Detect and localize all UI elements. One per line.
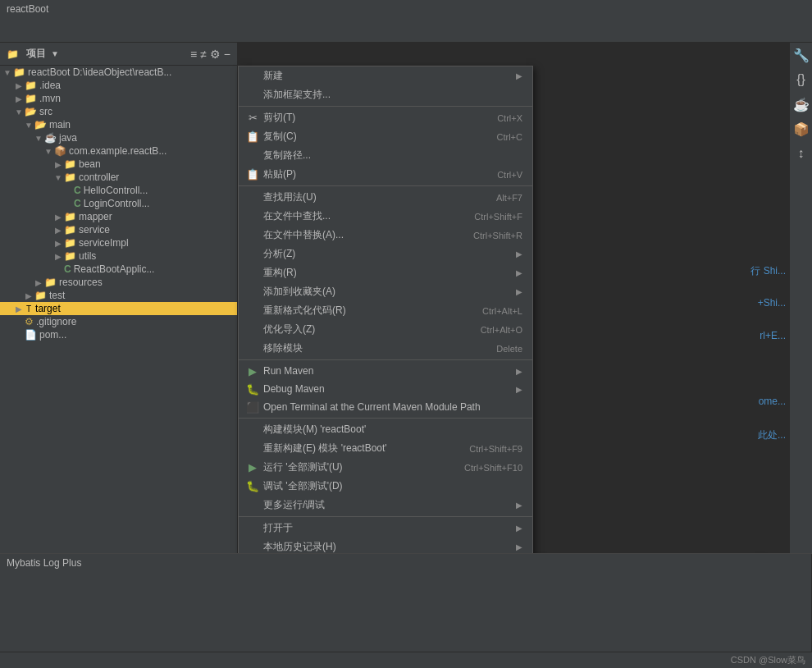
arrow: ▼ [2,68,13,77]
tree-item-reactBoot[interactable]: ▼ 📁 reactBoot D:\ideaObject\reactB... [0,66,237,79]
menu-item-copy[interactable]: 📋 复制(C) Ctrl+C [239,127,532,146]
menu-item-run-maven[interactable]: ▶ Run Maven ▶ [239,362,532,380]
tree-item-src[interactable]: ▼ 📂 src [0,105,237,118]
menu-item-favorites[interactable]: 添加到收藏夹(A) ▶ [239,282,532,301]
tree-item-java[interactable]: ▼ ☕ java [0,131,237,144]
shortcut: Ctrl+V [481,170,522,180]
toolbar-icon-braces[interactable]: {} [792,71,810,89]
menu-item-debug-tests[interactable]: 🐛 调试 '全部测试'(D) [239,477,532,496]
menu-label: 在文件中查找... [263,209,331,223]
tree-item-controller[interactable]: ▼ 📁 controller [0,171,237,184]
shortcut: Ctrl+Shift+R [457,231,522,240]
run-maven-icon: ▶ [245,365,260,377]
menu-item-build[interactable]: 构建模块(M) 'reactBoot' [239,420,532,439]
bottom-panel: Mybatis Log Plus [0,553,812,652]
tree-label: target [35,303,61,314]
menu-item-framework[interactable]: 添加框架支持... [239,85,532,104]
tree-item-gitignore[interactable]: ⚙ .gitignore [0,315,237,328]
arrow: ▶ [52,160,64,169]
tree-label: .gitignore [36,316,76,327]
panel-header-icons: ≡ ≠ ⚙ − [190,48,230,61]
tree-item-mapper[interactable]: ▶ 📁 mapper [0,210,237,223]
panel-arrow[interactable]: ▼ [51,49,59,58]
tree-item-pom[interactable]: 📄 pom... [0,328,237,341]
cut-icon: ✂ [245,112,260,124]
arrow: ▼ [23,121,34,130]
menu-item-new[interactable]: 新建 ▶ [239,66,532,85]
folder-main-icon: 📂 [34,119,47,130]
menu-item-find-usage[interactable]: 查找用法(U) Alt+F7 [239,188,532,207]
panel-icon-4[interactable]: − [224,48,230,61]
folder-icon: 📁 [7,48,19,60]
menu-item-run-tests[interactable]: ▶ 运行 '全部测试'(U) Ctrl+Shift+F10 [239,458,532,477]
panel-icon-2[interactable]: ≠ [200,48,207,61]
toolbar-icon-wrench[interactable]: 🔧 [792,46,810,64]
menu-item-optimize[interactable]: 优化导入(Z) Ctrl+Alt+O [239,320,532,339]
toolbar-icon-package[interactable]: 📦 [792,120,810,138]
menu-item-debug-maven[interactable]: 🐛 Debug Maven ▶ [239,380,532,398]
menu-item-refactor[interactable]: 重构(R) ▶ [239,263,532,282]
tree-item-pkg[interactable]: ▼ 📦 com.example.reactB... [0,144,237,158]
tree-label: .idea [39,80,61,91]
tree-item-main[interactable]: ▼ 📂 main [0,118,237,131]
tree-label: main [49,119,71,130]
menu-item-copy-path[interactable]: 复制路径... [239,146,532,165]
shortcut: Ctrl+X [481,113,522,123]
tree-item-bean[interactable]: ▶ 📁 bean [0,158,237,171]
toolbar-icon-arrows[interactable]: ↕ [792,144,810,162]
menu-item-reformat[interactable]: 重新格式化代码(R) Ctrl+Alt+L [239,301,532,320]
tree-label: controller [79,172,119,183]
menu-item-find-in-files[interactable]: 在文件中查找... Ctrl+Shift+F [239,207,532,226]
menu-item-local-history[interactable]: 本地历史记录(H) ▶ [239,538,532,553]
tree-item-hello[interactable]: C HelloControll... [0,184,237,197]
arrow: ▼ [43,147,54,156]
tree-label: java [59,132,77,144]
menu-item-rebuild[interactable]: 重新构建(E) 模块 'reactBoot' Ctrl+Shift+F9 [239,439,532,458]
folder-resources-icon: 📁 [44,277,57,288]
menu-label: 重构(R) [263,266,297,280]
tree-label: .mvn [39,93,61,104]
menu-label: Run Maven [263,365,313,377]
main-layout: 📁 项目 ▼ ≡ ≠ ⚙ − ▼ 📁 reactBoot D:\ideaObje… [0,18,812,668]
menu-item-analyze[interactable]: 分析(Z) ▶ [239,245,532,263]
tree-item-mvn[interactable]: ▶ 📁 .mvn [0,92,237,105]
title-text: reactBoot [7,3,48,15]
menu-label: 剪切(T) [263,111,295,125]
tree-item-target[interactable]: ▶ T target [0,302,237,315]
tree-item-resources[interactable]: ▶ 📁 resources [0,276,237,289]
left-toolbar: 🔧 {} ☕ 📦 ↕ [789,43,812,553]
menu-label: 重新构建(E) 模块 'reactBoot' [263,442,387,455]
menu-item-more-run[interactable]: 更多运行/调试 ▶ [239,496,532,515]
shortcut: Ctrl+Shift+F10 [448,463,522,473]
tree-item-utils[interactable]: ▶ 📁 utils [0,249,237,263]
menu-label: 分析(Z) [263,247,295,261]
class-icon: C [64,263,71,275]
tree-item-idea[interactable]: ▶ 📁 .idea [0,79,237,92]
menu-item-remove[interactable]: 移除模块 Delete [239,339,532,358]
panel-icon-3[interactable]: ⚙ [210,48,221,61]
arrow: ▼ [52,173,64,182]
tree-item-service[interactable]: ▶ 📁 service [0,223,237,236]
tree-item-reactbootapplic[interactable]: C ReactBootApplic... [0,263,237,276]
shortcut: Ctrl+C [481,132,522,142]
panel-icon-1[interactable]: ≡ [190,48,197,61]
menu-item-open-terminal[interactable]: ⬛ Open Terminal at the Current Maven Mod… [239,398,532,416]
menu-item-open-in[interactable]: 打开于 ▶ [239,519,532,538]
menu-label: 调试 '全部测试'(D) [263,479,343,493]
arrow: ▶ [52,252,64,261]
toolbar-icon-coffee[interactable]: ☕ [792,95,810,113]
tree-label: mapper [79,211,112,222]
tree-item-test[interactable]: ▶ 📁 test [0,289,237,302]
hint-ctrl-e: rl+E... [756,328,789,343]
tree-item-serviceimpl[interactable]: ▶ 📁 serviceImpl [0,236,237,249]
shortcut: Ctrl+Shift+F [458,212,522,222]
menu-item-replace[interactable]: 在文件中替换(A)... Ctrl+Shift+R [239,226,532,245]
shortcut: Alt+F7 [480,193,522,203]
tree-item-login[interactable]: C LoginControll... [0,197,237,210]
separator [239,106,532,107]
menu-item-paste[interactable]: 📋 粘贴(P) Ctrl+V [239,165,532,184]
menu-item-cut[interactable]: ✂ 剪切(T) Ctrl+X [239,108,532,127]
folder-icon: 📁 [64,224,76,236]
tree-label: LoginControll... [84,198,150,209]
shortcut: Ctrl+Shift+F9 [453,444,522,454]
